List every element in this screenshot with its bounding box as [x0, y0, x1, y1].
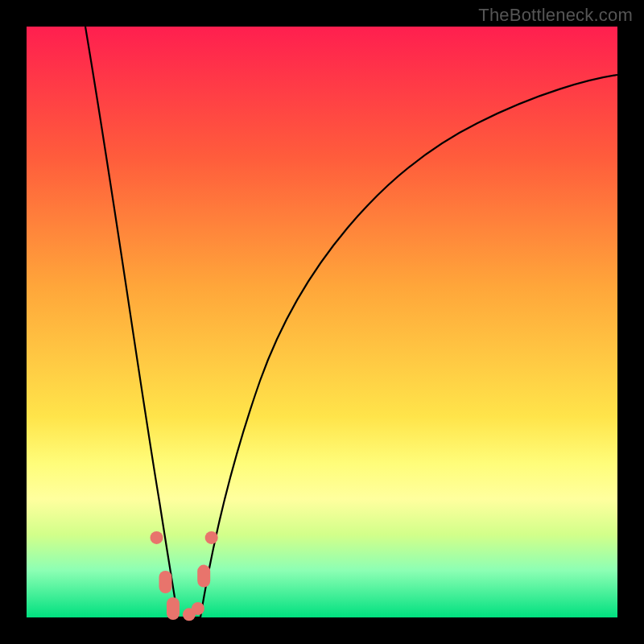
marker-pill [197, 565, 210, 588]
bottleneck-curve-chart [27, 27, 617, 617]
marker-pill [159, 571, 172, 593]
marker-dot [205, 531, 218, 544]
right-curve [200, 75, 617, 617]
left-curve [85, 27, 178, 617]
marker-pill [167, 597, 180, 620]
marker-dot [192, 602, 204, 615]
watermark-text: TheBottleneck.com [478, 5, 633, 26]
marker-dot [151, 531, 163, 544]
